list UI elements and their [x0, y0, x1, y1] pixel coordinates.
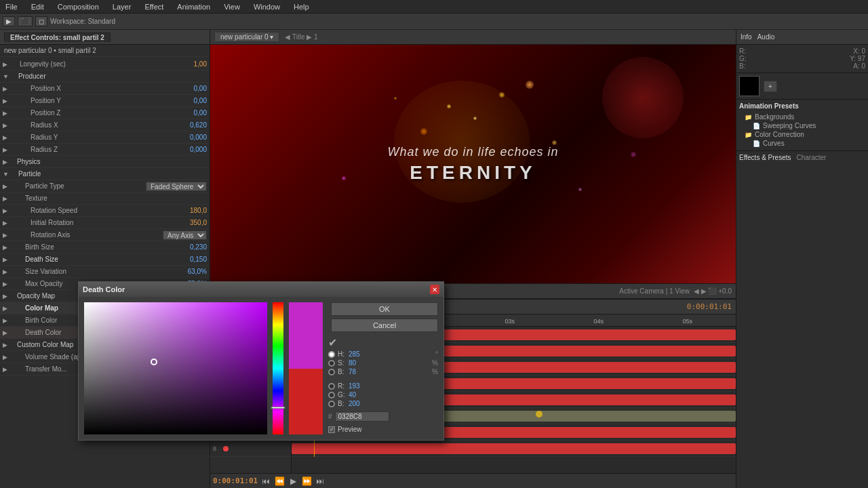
radio-g[interactable] — [328, 392, 335, 399]
label-color-correction: Color Correction — [755, 131, 804, 138]
expand-posX[interactable]: ▶ — [3, 85, 7, 92]
cancel-button[interactable]: Cancel — [331, 319, 438, 332]
label-birth-size: Birth Size — [9, 243, 166, 251]
color-gradient-picker[interactable] — [84, 302, 267, 434]
menu-edit[interactable]: Edit — [28, 3, 47, 11]
menu-view[interactable]: View — [221, 3, 243, 11]
radio-b[interactable] — [328, 369, 335, 375]
expand-particle[interactable]: ▼ — [3, 171, 9, 178]
btn-play[interactable]: ▶ — [288, 476, 298, 487]
particle-glow — [602, 57, 684, 138]
btn-play-next[interactable]: ⏭ — [315, 476, 326, 487]
expand-radY[interactable]: ▶ — [3, 134, 7, 141]
dropdown-particle-type[interactable]: Faded Sphere — [146, 182, 207, 191]
info-r: R: — [739, 47, 746, 55]
unit-h: ° — [435, 350, 438, 358]
radio-r[interactable] — [328, 383, 335, 390]
tab-info[interactable]: Info — [741, 33, 752, 41]
swatch-old-color — [289, 369, 323, 435]
hue-slider[interactable] — [273, 302, 283, 434]
tab-audio[interactable]: Audio — [757, 33, 775, 41]
expand-rotspeed[interactable]: ▶ — [3, 207, 7, 214]
tab-character[interactable]: Character — [797, 154, 827, 161]
info-display: R: X: 0 G: Y: 97 B: A: 0 — [736, 45, 868, 73]
gradient-dark — [84, 302, 267, 434]
tree-item-curves[interactable]: 📄 Curves — [739, 139, 865, 148]
value-b: 78 — [349, 368, 429, 375]
dialog-title: Death Color — [83, 285, 125, 293]
radio-b2[interactable] — [328, 401, 335, 407]
tab-effects-presets[interactable]: Effects & Presets — [739, 154, 791, 161]
right-add-btn[interactable]: + — [764, 81, 777, 92]
expand-transfer[interactable]: ▶ — [3, 366, 7, 373]
value-b2: 200 — [349, 400, 438, 407]
prop-init-rot: ▶ Initial Rotation 350,0 — [0, 217, 210, 229]
ok-button[interactable]: OK — [331, 302, 438, 316]
toolbar-btn-2[interactable]: ⬛ — [18, 16, 33, 26]
menu-layer[interactable]: Layer — [110, 3, 134, 11]
expand-sizevar[interactable]: ▶ — [3, 268, 7, 275]
eyedropper-icon[interactable]: ✔ — [328, 336, 337, 349]
expand-deathsize[interactable]: ▶ — [3, 256, 7, 263]
toolbar-btn-1[interactable]: ▶ — [3, 16, 15, 26]
dialog-titlebar[interactable]: Death Color ✕ — [79, 282, 443, 297]
label-radX: Radius X — [9, 121, 166, 129]
value-h: 285 — [349, 350, 433, 358]
folder-icon-backgrounds: 📁 — [745, 114, 752, 121]
preview-checkbox[interactable]: ✓ — [328, 426, 335, 433]
preview-label[interactable]: Preview — [338, 426, 362, 433]
tab-effect-controls[interactable]: Effect Controls: small partil 2 — [4, 33, 111, 42]
layer-color-8 — [223, 446, 229, 451]
menu-composition[interactable]: Composition — [55, 3, 102, 11]
prop-particle: ▼ Particle — [0, 168, 210, 180]
expand-posY[interactable]: ▶ — [3, 98, 7, 104]
expand-opacitymap[interactable]: ▶ — [3, 293, 7, 300]
menu-effect[interactable]: Effect — [142, 3, 166, 11]
expand-producer[interactable]: ▼ — [3, 73, 9, 80]
hex-input[interactable] — [335, 411, 389, 422]
expand-maxopacity[interactable]: ▶ — [3, 281, 7, 287]
tab-new-particular[interactable]: new particular 0 ▾ — [214, 32, 279, 42]
expand-radX[interactable]: ▶ — [3, 122, 7, 129]
menu-bar: File Edit Composition Layer Effect Anima… — [0, 0, 868, 14]
swatch-new-color — [289, 302, 323, 369]
menu-help[interactable]: Help — [291, 3, 312, 11]
info-b: B: — [739, 62, 745, 70]
tree-item-sweeping[interactable]: 📄 Sweeping Curves — [739, 121, 865, 130]
death-color-dialog[interactable]: Death Color ✕ — [78, 281, 444, 441]
menu-file[interactable]: File — [3, 3, 20, 11]
expand-volumeshade[interactable]: ▶ — [3, 354, 7, 361]
dialog-close-btn[interactable]: ✕ — [430, 285, 439, 294]
btn-step-back[interactable]: ⏪ — [274, 476, 285, 487]
expand-texture[interactable]: ▶ — [3, 195, 7, 202]
expand-colormap[interactable]: ▶ — [3, 305, 7, 312]
expand-longevity[interactable]: ▶ — [3, 61, 7, 68]
expand-initrot[interactable]: ▶ — [3, 220, 7, 226]
radio-s[interactable] — [328, 360, 335, 367]
expand-radZ[interactable]: ▶ — [3, 146, 7, 153]
expand-ptype[interactable]: ▶ — [3, 183, 7, 190]
left-panel-header: Effect Controls: small partil 2 — [0, 30, 210, 45]
expand-physics[interactable]: ▶ — [3, 159, 7, 165]
tree-folder-backgrounds[interactable]: 📁 Backgrounds — [739, 113, 865, 121]
tree-folder-color-correction[interactable]: 📁 Color Correction — [739, 130, 865, 139]
layer-row-8[interactable]: 8 — [210, 441, 291, 457]
info-g: G: — [739, 55, 747, 62]
eyedropper-row: ✔ — [328, 336, 438, 349]
expand-customcolormap[interactable]: ▶ — [3, 342, 7, 348]
dropdown-rot-axis[interactable]: Any Axis — [163, 230, 207, 240]
expand-birthcolor[interactable]: ▶ — [3, 317, 7, 324]
expand-birthsize[interactable]: ▶ — [3, 244, 7, 251]
prop-longevity: ▶ Longevity (sec) 1,00 — [0, 58, 210, 70]
label-longevity: Longevity (sec) — [9, 60, 166, 68]
menu-window[interactable]: Window — [251, 3, 283, 11]
radio-h[interactable] — [328, 351, 335, 358]
btn-step-fwd[interactable]: ⏩ — [301, 476, 312, 487]
expand-deathcolor[interactable]: ▶ — [3, 329, 7, 336]
toolbar-btn-3[interactable]: ◻ — [35, 16, 47, 26]
expand-rotaxis[interactable]: ▶ — [3, 232, 7, 239]
btn-play-prev[interactable]: ⏮ — [260, 476, 271, 487]
menu-animation[interactable]: Animation — [174, 3, 213, 11]
hex-row: # — [328, 411, 438, 422]
expand-posZ[interactable]: ▶ — [3, 110, 7, 117]
